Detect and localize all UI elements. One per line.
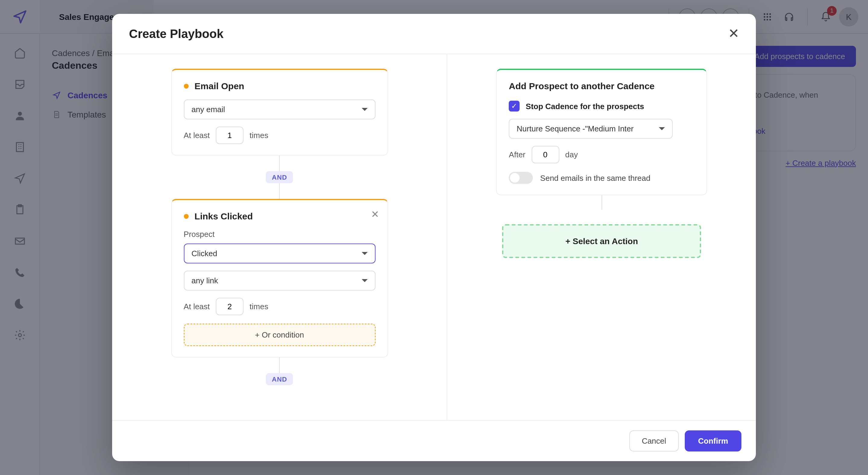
create-playbook-modal: Create Playbook ✕ Email Open any email A… (112, 14, 756, 461)
condition-title: Email Open (194, 81, 244, 91)
select-value: any link (191, 276, 218, 285)
condition-email-open: Email Open any email At least times (171, 69, 388, 156)
select-value: Clicked (191, 249, 217, 258)
stop-label: Stop Cadence for the prospects (526, 102, 644, 110)
close-icon[interactable]: ✕ (728, 26, 739, 41)
checkbox-stop-cadence[interactable] (509, 101, 520, 112)
remove-condition-icon[interactable]: ✕ (371, 209, 379, 220)
or-condition-button[interactable]: + Or condition (184, 324, 375, 346)
action-add-prospect: Add Prospect to another Cadence Stop Cad… (496, 69, 707, 195)
after-label: After (509, 150, 525, 159)
modal-title: Create Playbook (129, 27, 223, 41)
times-label: times (250, 131, 268, 140)
chevron-down-icon (361, 252, 367, 255)
condition-title: Links Clicked (194, 211, 253, 221)
condition-links-clicked: ✕ Links Clicked Prospect Clicked any lin… (171, 199, 388, 357)
and-connector: AND (266, 171, 293, 183)
actions-column: Add Prospect to another Cadence Stop Cad… (447, 54, 756, 420)
atleast-label: At least (184, 302, 210, 311)
select-action-button[interactable]: + Select an Action (502, 224, 701, 258)
atleast-input[interactable] (216, 298, 244, 315)
status-dot-icon (184, 84, 188, 88)
day-label: day (565, 150, 578, 159)
email-select[interactable]: any email (184, 99, 375, 119)
chevron-down-icon (361, 279, 367, 282)
atleast-label: At least (184, 131, 210, 140)
clicked-select[interactable]: Clicked (184, 244, 375, 263)
status-dot-icon (184, 214, 188, 219)
atleast-input[interactable] (216, 127, 244, 144)
and-connector: AND (266, 373, 293, 385)
confirm-button[interactable]: Confirm (685, 431, 741, 451)
cancel-button[interactable]: Cancel (629, 431, 679, 451)
prospect-label: Prospect (184, 230, 375, 239)
modal-overlay: Create Playbook ✕ Email Open any email A… (0, 0, 868, 475)
sequence-select[interactable]: Nurture Sequence -"Medium Inter (509, 119, 673, 139)
select-value: Nurture Sequence -"Medium Inter (517, 124, 633, 133)
select-value: any email (191, 105, 225, 114)
thread-toggle[interactable] (509, 172, 533, 184)
action-title: Add Prospect to another Cadence (509, 81, 654, 91)
chevron-down-icon (361, 108, 367, 111)
times-label: times (250, 302, 268, 311)
conditions-column: Email Open any email At least times AND (112, 54, 447, 420)
after-input[interactable] (531, 146, 559, 163)
thread-label: Send emails in the same thread (540, 173, 650, 182)
chevron-down-icon (659, 127, 665, 130)
link-select[interactable]: any link (184, 271, 375, 290)
